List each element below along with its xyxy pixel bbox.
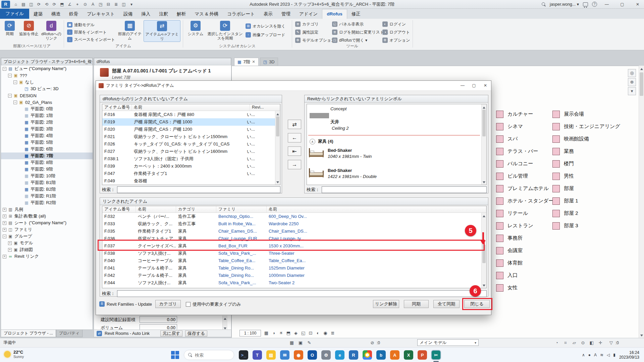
tree-item[interactable]: ▦ 平面図: 2階 [1, 119, 93, 126]
teams-icon[interactable]: T [253, 350, 262, 360]
detail-level-icon[interactable]: ▦ [263, 330, 270, 337]
measure-icon[interactable]: ∠ [66, 1, 73, 8]
tree-item[interactable]: ▦ 平面図: 4階 [1, 132, 93, 139]
sync-button[interactable]: ⟳ 同期 [2, 21, 17, 36]
view-tab-7kai[interactable]: ▦ 7階 ✕ [234, 58, 259, 66]
column-header[interactable]: アイテム番号 [102, 104, 132, 111]
swap-link-button[interactable]: ⇄ [288, 120, 301, 129]
column-header[interactable]: ファミリ [216, 206, 267, 213]
column-header[interactable]: カテゴリ [176, 206, 216, 213]
drag-selection-icon[interactable]: ✛ [597, 340, 604, 346]
edge-icon[interactable]: e [335, 350, 344, 360]
account-menu[interactable]: jasper.wong... ▾ [550, 2, 579, 7]
select-underlay-icon[interactable]: ▱ [571, 340, 578, 346]
system-button[interactable]: ⚙ システム [185, 21, 206, 36]
link-selected-button[interactable]: ⇤ [288, 146, 301, 156]
tree-item[interactable]: ▦ 平面図: 0階 [1, 106, 93, 112]
tree-item[interactable]: + ∞ Revit リンク [1, 253, 93, 260]
tree-expander-icon[interactable]: − [8, 74, 12, 77]
powerpoint-icon[interactable]: P [418, 350, 427, 360]
column-header[interactable]: アイテム番号 [102, 206, 136, 213]
active-model-select[interactable]: メイン モデル ▾ [417, 339, 479, 346]
sun-path-icon[interactable]: ☀ [278, 330, 284, 337]
linked-model-button[interactable]: ▣ 連動モデル [67, 21, 95, 28]
tree-item[interactable]: − ▣ グループ [1, 233, 93, 240]
unlinked-item-row[interactable]: F.019 戸棚 扉開式_CAS：戸棚 1000 い... [102, 118, 275, 126]
text-icon[interactable]: A [89, 1, 97, 8]
ribbon-tab[interactable]: 鉄骨 [65, 9, 83, 19]
excel-icon[interactable]: X [404, 350, 413, 360]
tree-item[interactable]: ▦ 平面図: 9階 [1, 166, 93, 173]
taskbar-search[interactable] [184, 350, 234, 360]
settings-icon[interactable]: ⚙ [321, 350, 331, 360]
save-button[interactable]: 保存する [185, 330, 207, 337]
minimize-button[interactable]: — [601, 0, 612, 9]
logout-button[interactable]: ◑ ログアウト [382, 29, 410, 36]
firefox-icon[interactable]: ◉ [294, 350, 303, 360]
ribbon-tab[interactable]: 建築 [29, 9, 47, 19]
outlook-icon[interactable]: O [308, 350, 317, 360]
sync-all-button[interactable]: 全て同期 [433, 300, 460, 308]
tree-expander-icon[interactable]: + [3, 215, 6, 218]
select-links-icon[interactable]: ⌗ [562, 340, 569, 346]
column-header[interactable]: 名前 [267, 206, 486, 213]
column-header[interactable]: 名前 [136, 206, 176, 213]
family-type-name[interactable]: Concept [330, 106, 346, 111]
unlinked-drofus-search-input[interactable] [117, 186, 280, 193]
scroll-down-icon[interactable] [640, 335, 643, 338]
store-cart-icon[interactable] [583, 2, 588, 6]
ribbon-tab[interactable]: 解析 [172, 9, 190, 19]
section-icon[interactable]: ⊟ [105, 1, 112, 8]
tree-item[interactable]: + ▥ 凡例 [1, 206, 93, 213]
linked-item-row[interactable]: F.040 コーヒーテーブル 家具 Table_Coffee_Ea... Tab… [102, 257, 481, 264]
scrollbar-thumb[interactable] [276, 116, 279, 136]
column-header[interactable]: Revi... [250, 104, 280, 111]
family-symbol-row[interactable]: Bed-Shaker 1040 x 1981mm - Twin [308, 146, 377, 166]
canvas-scrollbar[interactable] [639, 66, 644, 338]
unlink-button[interactable]: リンク解除 [373, 300, 399, 308]
close-button[interactable]: ✕ [632, 0, 643, 9]
navigation-options-icon[interactable]: ▾ [628, 87, 636, 95]
tree-item[interactable]: − ▣ 02_GA_Plans [1, 99, 93, 106]
column-header[interactable]: 名前 [132, 104, 250, 111]
dialog-minimize-button[interactable]: — [457, 81, 468, 90]
open-in-drofus-button[interactable]: ◳ dRofusで開く ▾ [332, 37, 367, 44]
close-view-icon[interactable]: ✕ [252, 60, 255, 64]
ribbon-tab[interactable]: プレキャスト [83, 9, 119, 19]
select-pinned-icon[interactable]: ⊙ [580, 340, 586, 346]
home-icon[interactable]: ⌂ [12, 1, 19, 8]
dialog-title-bar[interactable]: ファミリ タイプ<->dRofusアイテム — ▢ ✕ [96, 81, 491, 91]
snipping-icon[interactable]: ✂ [431, 350, 441, 360]
zoom-icon[interactable]: ⊕ [628, 78, 636, 86]
furniture-category-header[interactable]: ∧ 家具 (4) [310, 138, 333, 144]
unlinked-item-row[interactable]: F.049 食器棚 [102, 177, 275, 185]
search-icon[interactable] [542, 2, 546, 6]
ribbon-tab[interactable]: 注釈 [155, 9, 172, 19]
hide-panel-button[interactable]: ◱ パネル非表示 [332, 21, 364, 27]
category-button[interactable]: ≣ カテゴリ [295, 21, 319, 27]
crop-region-icon[interactable]: ⊡ [307, 330, 314, 337]
revit-icon[interactable]: R [349, 350, 358, 360]
aligned-dimension-icon[interactable]: ⌖ [74, 1, 81, 8]
tree-item[interactable]: + ▤ シート ("Company Name") [1, 220, 93, 226]
linked-item-row[interactable]: F.035 作業椅子タイプ1 家具 Chair_Eames_DS... Chai… [102, 228, 481, 235]
dialog-close-button[interactable]: ✕ [480, 81, 491, 90]
unlinked-item-row[interactable]: F.047 作業椅子タイプ1 い... [102, 170, 275, 177]
design-options-icon[interactable]: ▣ [297, 340, 304, 346]
selection-filter[interactable]: ▽ :0 [608, 340, 619, 346]
temporary-hide-icon[interactable]: ◐ [315, 330, 321, 337]
linked-item-row[interactable]: F.038 ソファ3人掛け... 家具 Sofa_Vitra_Park_... … [102, 250, 481, 257]
list-scrollbar[interactable] [481, 104, 486, 185]
wifi-icon[interactable]: ≋ [600, 353, 603, 357]
tree-item[interactable]: ▦ 平面図: 5階 [1, 139, 93, 146]
save-icon[interactable]: ◫ [28, 1, 35, 8]
import-spaces-button[interactable]: ↓ スペースをインポート [67, 36, 115, 43]
maximize-button[interactable]: ▢ [616, 0, 628, 9]
customize-qat-icon[interactable]: ▾ [128, 1, 135, 8]
exclude-options-icon[interactable]: ⊘ [369, 340, 376, 346]
open-icon[interactable]: ▤ [20, 1, 27, 8]
options-button[interactable]: ⚙ オプション [382, 37, 410, 44]
tree-item[interactable]: ▦ 平面図: 8階 [1, 159, 93, 166]
reveal-hidden-icon[interactable]: ◉ [322, 330, 329, 337]
project-browser-title[interactable]: プロジェクト ブラウザ - ステップ3+4+5+6_複合モデ... [1, 58, 93, 65]
